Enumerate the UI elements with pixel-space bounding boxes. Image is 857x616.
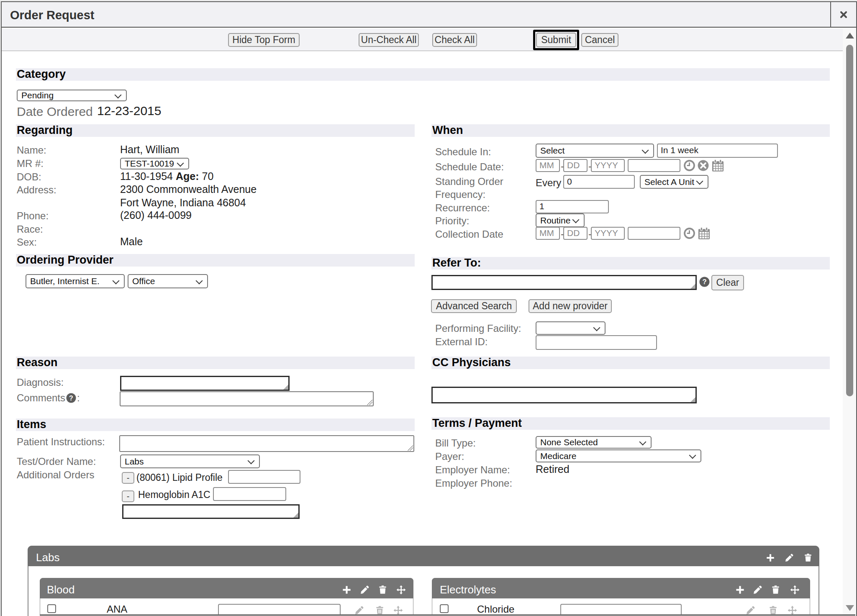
svg-text:?: ? [69,395,73,402]
svg-text:?: ? [702,278,706,286]
